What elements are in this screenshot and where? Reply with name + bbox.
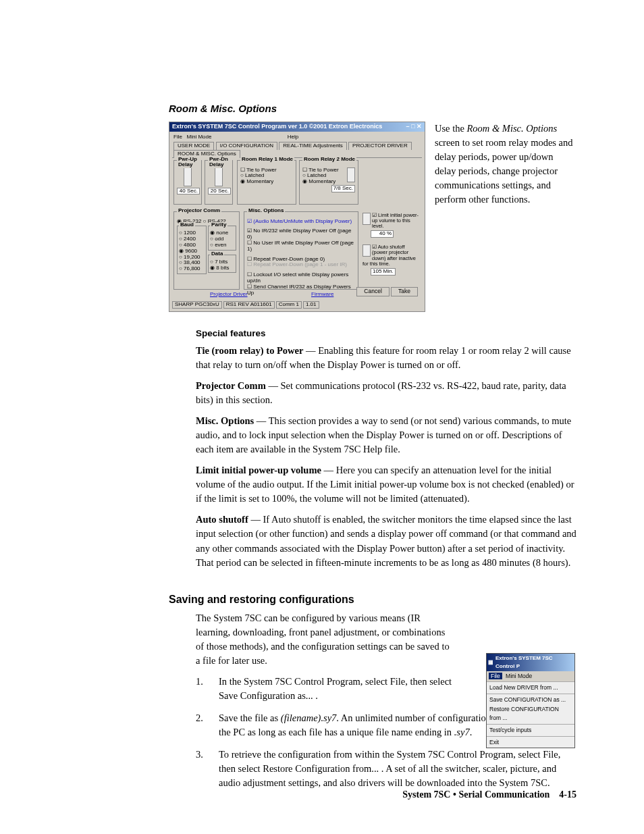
status-comm: Comm 1 <box>276 301 302 309</box>
take-button[interactable]: Take <box>391 287 418 296</box>
cancel-button[interactable]: Cancel <box>356 287 389 296</box>
limit-value[interactable]: 40 % <box>371 230 394 238</box>
misc-label: Misc. Options <box>247 208 285 214</box>
relay1-label: Room Relay 1 Mode <box>240 157 294 163</box>
parity-label: Parity <box>210 222 227 228</box>
saving-title: Saving and restoring configurations <box>169 592 576 607</box>
relay2-tie[interactable]: Tie to Power <box>302 167 339 173</box>
pwrup-label: Pwr-Up Delay <box>177 157 201 169</box>
menu-help[interactable]: Help <box>288 134 298 140</box>
menu-test-cycle[interactable]: Test/cycle inputs <box>487 725 574 735</box>
limit-check[interactable]: Limit initial power-up volume to this le… <box>372 212 419 230</box>
tab-user-mode[interactable]: USER MODE <box>173 142 214 150</box>
step-1: In the System 7SC Control Program, selec… <box>219 675 452 703</box>
menu-load-driver[interactable]: Load New DRIVER from ... <box>487 683 574 693</box>
pwrup-scroll[interactable] <box>184 167 192 186</box>
relay1-momentary[interactable]: Momentary <box>240 179 293 185</box>
misc-opt-1[interactable]: No IR/232 while Display Power Off (page … <box>247 228 355 240</box>
link-projector-driver[interactable]: Projector Driver <box>210 291 248 297</box>
file-menu-file[interactable]: File <box>489 673 502 679</box>
step-num-3: 3. <box>196 748 205 790</box>
small-win-title: Extron's SYSTEM 7SC Control P <box>495 654 573 671</box>
misc-opt-2[interactable]: No User IR while Display Power Off (page… <box>247 240 355 253</box>
tab-realtime[interactable]: REAL-TIME Adjustments <box>279 142 346 150</box>
relay2-time[interactable]: 7/8 Sec. <box>331 185 355 192</box>
menu-file[interactable]: File <box>173 134 182 140</box>
sf-auto: Auto shutoff — If Auto shutoff is enable… <box>196 513 576 569</box>
projcomm-label: Projector Comm <box>177 208 221 214</box>
tab-proj-driver[interactable]: PROJECTOR DRIVER <box>348 142 412 150</box>
auto-value[interactable]: 105 Min. <box>371 268 396 276</box>
sf-tie: Tie (room relay) to Power — Enabling thi… <box>196 344 576 372</box>
window-title: Extron's SYSTEM 7SC Control Program ver … <box>172 124 382 130</box>
limit-scroll[interactable] <box>363 213 371 225</box>
step-num-1: 1. <box>196 675 205 703</box>
saving-intro: The System 7SC can be configured by vari… <box>196 611 452 668</box>
auto-scroll[interactable] <box>363 244 371 257</box>
data-8[interactable]: 8 bits <box>210 265 234 271</box>
window-buttons[interactable]: – □ ✕ <box>406 124 422 130</box>
special-features-title: Special features <box>196 327 576 340</box>
status-ver: 1.01 <box>303 301 319 309</box>
tab-io-config[interactable]: I/O CONFIGURATION <box>216 142 277 150</box>
step-3: To retrieve the configuration from withi… <box>219 748 576 790</box>
menu-save-config[interactable]: Save CONFIGURATION as ... <box>487 695 574 705</box>
step-num-2: 2. <box>196 711 205 739</box>
pwrdn-value[interactable]: 20 Sec. <box>208 188 231 195</box>
pwrup-value[interactable]: 40 Sec. <box>177 188 200 195</box>
file-menu-panel: ▦Extron's SYSTEM 7SC Control P File Mini… <box>486 653 575 748</box>
parity-even[interactable]: even <box>210 242 234 249</box>
link-firmware[interactable]: Firmware <box>311 291 333 297</box>
pwrdn-label: Pwr-Dn Delay <box>208 157 232 169</box>
relay2-label: Room Relay 2 Mode <box>302 157 356 163</box>
section-title-room-misc: Room & Misc. Options <box>169 101 576 116</box>
misc-opt-0[interactable]: (Audio Mute/UnMute with Display Power) <box>247 219 355 225</box>
menu-exit[interactable]: Exit <box>487 737 574 748</box>
menu-mini[interactable]: Mini Mode <box>187 134 212 140</box>
sf-limit: Limit initial power-up volume — Here you… <box>196 463 576 506</box>
misc-opt-5[interactable]: Lockout I/O select while Display powers … <box>247 272 355 284</box>
room-misc-window: Extron's SYSTEM 7SC Control Program ver … <box>169 122 425 312</box>
baud-label: Baud <box>179 222 195 228</box>
baud-76800[interactable]: 76,800 <box>179 266 205 272</box>
room-misc-caption: Use the Room & Misc. Options screen to s… <box>435 122 576 207</box>
file-menu-mini[interactable]: Mini Mode <box>504 673 534 679</box>
relay2-scroll[interactable] <box>347 167 355 182</box>
menu-restore-config[interactable]: Restore CONFIGURATION from ... <box>487 704 574 723</box>
small-win-icon: ▦ <box>488 658 493 667</box>
misc-opt-4: Repeat Power-Down (page 1 - user IR) <box>247 262 355 268</box>
status-rev: RS1 REV A011601 <box>223 301 275 309</box>
misc-opt-6[interactable]: Send Channel IR/232 as Display Powers Up <box>247 284 355 296</box>
sf-misc: Misc. Options — This section provides a … <box>196 414 576 457</box>
data-label: Data <box>210 251 224 257</box>
status-model: SHARP PGC30xU <box>172 301 222 309</box>
pwrdn-scroll[interactable] <box>215 167 223 186</box>
sf-proj: Projector Comm — Set communications prot… <box>196 379 576 407</box>
page-footer: System 7SC • Serial Communication 4-15 <box>402 788 576 802</box>
